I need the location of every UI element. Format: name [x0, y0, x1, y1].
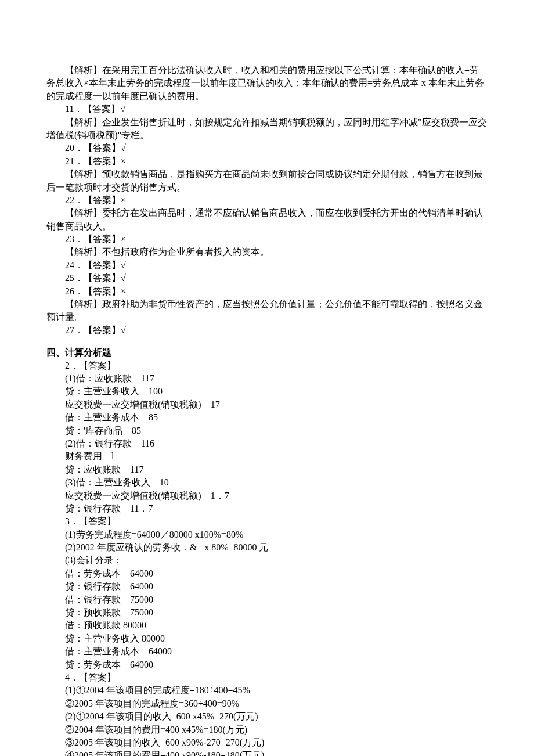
text-line: 借：预收账款 80000 — [46, 619, 488, 632]
text-line: 贷：劳务成本 64000 — [46, 658, 488, 671]
text-line: 20．【答案】√ — [46, 142, 488, 154]
text-line: 【解析】在采用完工百分比法确认收入时，收入和相关的费用应按以下公式计算：本年确认… — [46, 64, 488, 103]
text-line: 【解析】委托方在发出商品时，通常不应确认销售商品收入，而应在收到受托方开出的代销… — [46, 207, 488, 233]
text-line: 21．【答案】× — [46, 155, 488, 168]
text-line: (3)会计分录： — [46, 554, 488, 567]
text-line: 【解析】企业发生销售折让时，如按规定允许扣减当期销项税额的，应同时用红字冲减"应… — [46, 116, 488, 142]
text-line: ②2005 年该项目的完成程度=360÷400=90% — [46, 697, 488, 710]
text-line: 11．【答案】√ — [46, 103, 488, 116]
text-line: 【解析】政府补助为非货币性资产的，应当按照公允价值计量；公允价值不能可靠取得的，… — [46, 298, 488, 324]
text-line: ③2005 年该项目的收入=600 x90%-270=270(万元) — [46, 736, 488, 749]
text-line: 应交税费一应交增值税(销项税额) 1．7 — [46, 489, 488, 502]
text-line: (2)①2004 年该项目的收入=600 x45%=270(万元) — [46, 710, 488, 723]
text-line: 22．【答案】× — [46, 194, 488, 207]
text-line: 财务费用 l — [46, 450, 488, 463]
text-line: 贷：主营业务收入 80000 — [46, 632, 488, 645]
text-line: 【解析】不包括政府作为企业所有者投入的资本。 — [46, 246, 488, 258]
text-line: 借：银行存款 75000 — [46, 593, 488, 606]
text-line: (1)借：应收账款 117 — [46, 372, 488, 385]
text-line: 3．【答案】 — [46, 515, 488, 528]
text-line: 借：主营业务成本 64000 — [46, 645, 488, 658]
text-line: 贷：银行存款 64000 — [46, 580, 488, 593]
text-line: 贷：主营业务收入 100 — [46, 385, 488, 398]
text-line: (1)劳务完成程度=64000／80000 x100%=80% — [46, 528, 488, 541]
text-line: 26．【答案】× — [46, 285, 488, 298]
text-line: 23．【答案】× — [46, 233, 488, 246]
document-body: 【解析】在采用完工百分比法确认收入时，收入和相关的费用应按以下公式计算：本年确认… — [46, 64, 488, 756]
text-line: 借：主营业务成本 85 — [46, 411, 488, 424]
text-line: (2)借：银行存款 116 — [46, 437, 488, 450]
text-line: 2．【答案】 — [46, 359, 488, 372]
text-line: ④2005 年该项目的费用=400 x90%-180=180(万元) — [46, 749, 488, 756]
text-line: ②2004 年该项目的费用=400 x45%=180(万元) — [46, 723, 488, 736]
text-line: 27．【答案】√ — [46, 324, 488, 337]
text-line: 贷：'库存商品 85 — [46, 424, 488, 437]
text-line: 【解析】预收款销售商品，是指购买方在商品尚未收到前按合同或协议约定分期付款，销售… — [46, 168, 488, 194]
text-line: 贷：预收账款 75000 — [46, 606, 488, 619]
text-line: 应交税费一应交增值税(销项税额) 17 — [46, 398, 488, 411]
text-line: 贷：应收账款 117 — [46, 463, 488, 476]
text-line: 24．【答案】√ — [46, 259, 488, 272]
text-line: (2)2002 年度应确认的劳务收．&= x 80%=80000 元 — [46, 541, 488, 554]
text-line: 四、计算分析题 — [46, 346, 488, 359]
text-line: 借：劳务成本 64000 — [46, 567, 488, 580]
text-line: 25．【答案】√ — [46, 272, 488, 285]
text-line: 4．【答案】 — [46, 671, 488, 684]
text-line: (3)借：主营业务收入 10 — [46, 476, 488, 489]
text-line: 贷：银行存款 11．7 — [46, 502, 488, 515]
text-line: (1)①2004 年该项目的完成程度=180÷400=45% — [46, 684, 488, 697]
